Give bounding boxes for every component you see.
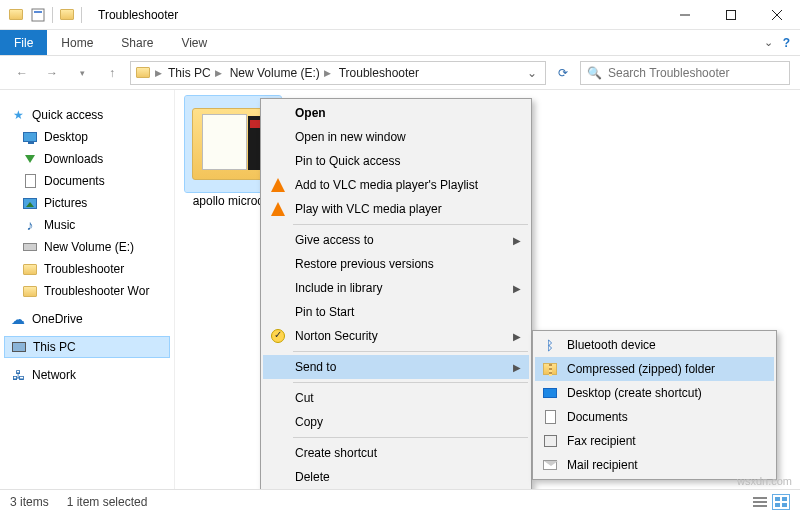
svg-rect-3: [727, 10, 736, 19]
ctx-open-new-window[interactable]: Open in new window: [263, 125, 529, 149]
chevron-right-icon: ▶: [513, 283, 521, 294]
sidebar-item-documents[interactable]: Documents: [4, 170, 170, 192]
sidebar-onedrive[interactable]: ☁OneDrive: [4, 308, 170, 330]
svg-rect-12: [782, 503, 787, 507]
status-item-count: 3 items: [10, 495, 49, 509]
sidebar-item-music[interactable]: ♪Music: [4, 214, 170, 236]
ctx-cut[interactable]: Cut: [263, 386, 529, 410]
ctx-open[interactable]: Open: [263, 101, 529, 125]
ctx-delete[interactable]: Delete: [263, 465, 529, 489]
ctx-give-access[interactable]: Give access to▶: [263, 228, 529, 252]
pc-icon: [11, 339, 27, 355]
sendto-bluetooth[interactable]: ᛒBluetooth device: [535, 333, 774, 357]
separator: [293, 382, 528, 383]
watermark: wsxdn.com: [737, 475, 792, 487]
back-button[interactable]: ←: [10, 61, 34, 85]
cloud-icon: ☁: [10, 311, 26, 327]
status-selected-count: 1 item selected: [67, 495, 148, 509]
forward-button[interactable]: →: [40, 61, 64, 85]
divider: [52, 7, 53, 23]
icons-view-button[interactable]: [772, 494, 790, 510]
chevron-right-icon: ▶: [513, 235, 521, 246]
address-bar[interactable]: ▶ This PC▶ New Volume (E:)▶ Troubleshoot…: [130, 61, 546, 85]
desktop-icon: [22, 129, 38, 145]
breadcrumb-item[interactable]: This PC▶: [166, 66, 224, 80]
documents-icon: [541, 408, 559, 426]
refresh-button[interactable]: ⟳: [552, 62, 574, 84]
help-icon[interactable]: ?: [783, 36, 790, 50]
chevron-right-icon: ▶: [513, 362, 521, 373]
chevron-right-icon: ▶: [513, 331, 521, 342]
network-icon: 🖧: [10, 367, 26, 383]
sidebar-item-volume[interactable]: New Volume (E:): [4, 236, 170, 258]
search-box[interactable]: 🔍: [580, 61, 790, 85]
sidebar-item-downloads[interactable]: Downloads: [4, 148, 170, 170]
star-icon: ★: [10, 107, 26, 123]
breadcrumb-item[interactable]: Troubleshooter: [337, 66, 421, 80]
music-icon: ♪: [22, 217, 38, 233]
ctx-copy[interactable]: Copy: [263, 410, 529, 434]
sendto-documents[interactable]: Documents: [535, 405, 774, 429]
maximize-button[interactable]: [708, 0, 754, 30]
mail-icon: [541, 456, 559, 474]
separator: [293, 224, 528, 225]
navigation-pane: ★Quick access Desktop Downloads Document…: [0, 90, 175, 490]
navigation-row: ← → ▾ ↑ ▶ This PC▶ New Volume (E:)▶ Trou…: [0, 56, 800, 90]
file-tab[interactable]: File: [0, 30, 47, 55]
share-tab[interactable]: Share: [107, 30, 167, 55]
norton-icon: [269, 327, 287, 345]
ribbon-expand-icon[interactable]: ⌄: [764, 36, 773, 49]
sidebar-item-desktop[interactable]: Desktop: [4, 126, 170, 148]
sendto-fax[interactable]: Fax recipient: [535, 429, 774, 453]
search-input[interactable]: [608, 66, 783, 80]
sendto-compressed[interactable]: Compressed (zipped) folder: [535, 357, 774, 381]
sidebar-item-troubleshooter-wor[interactable]: Troubleshooter Wor: [4, 280, 170, 302]
chevron-right-icon[interactable]: ▶: [155, 68, 162, 78]
sidebar-network[interactable]: 🖧Network: [4, 364, 170, 386]
svg-rect-0: [32, 9, 44, 21]
status-bar: 3 items 1 item selected: [0, 489, 800, 513]
recent-dropdown-icon[interactable]: ▾: [70, 61, 94, 85]
up-button[interactable]: ↑: [100, 61, 124, 85]
ctx-vlc-add[interactable]: Add to VLC media player's Playlist: [263, 173, 529, 197]
drive-icon: [22, 239, 38, 255]
ctx-vlc-play[interactable]: Play with VLC media player: [263, 197, 529, 221]
ctx-restore-prev[interactable]: Restore previous versions: [263, 252, 529, 276]
details-view-button[interactable]: [752, 495, 768, 509]
window-folder-icon: [59, 7, 75, 23]
svg-rect-10: [782, 497, 787, 501]
search-icon: 🔍: [587, 66, 602, 80]
address-dropdown-icon[interactable]: ⌄: [523, 66, 541, 80]
sidebar-item-troubleshooter[interactable]: Troubleshooter: [4, 258, 170, 280]
home-tab[interactable]: Home: [47, 30, 107, 55]
window-controls: [662, 0, 800, 30]
title-bar: Troubleshooter: [0, 0, 800, 30]
properties-qat-icon[interactable]: [30, 7, 46, 23]
sendto-desktop-shortcut[interactable]: Desktop (create shortcut): [535, 381, 774, 405]
zip-icon: [541, 360, 559, 378]
svg-rect-11: [775, 503, 780, 507]
close-button[interactable]: [754, 0, 800, 30]
window-title: Troubleshooter: [98, 8, 178, 22]
ctx-send-to[interactable]: Send to▶: [263, 355, 529, 379]
view-tab[interactable]: View: [167, 30, 221, 55]
vlc-icon: [269, 176, 287, 194]
sidebar-this-pc[interactable]: This PC: [4, 336, 170, 358]
sidebar-item-pictures[interactable]: Pictures: [4, 192, 170, 214]
ctx-pin-start[interactable]: Pin to Start: [263, 300, 529, 324]
svg-rect-9: [775, 497, 780, 501]
ctx-pin-quick[interactable]: Pin to Quick access: [263, 149, 529, 173]
breadcrumb-item[interactable]: New Volume (E:)▶: [228, 66, 333, 80]
sidebar-quick-access[interactable]: ★Quick access: [4, 104, 170, 126]
documents-icon: [22, 173, 38, 189]
ctx-create-shortcut[interactable]: Create shortcut: [263, 441, 529, 465]
vlc-icon: [269, 200, 287, 218]
folder-icon: [22, 283, 38, 299]
bluetooth-icon: ᛒ: [541, 336, 559, 354]
sendto-mail[interactable]: Mail recipient: [535, 453, 774, 477]
ctx-norton[interactable]: Norton Security▶: [263, 324, 529, 348]
ctx-include-library[interactable]: Include in library▶: [263, 276, 529, 300]
minimize-button[interactable]: [662, 0, 708, 30]
divider: [81, 7, 82, 23]
downloads-icon: [22, 151, 38, 167]
